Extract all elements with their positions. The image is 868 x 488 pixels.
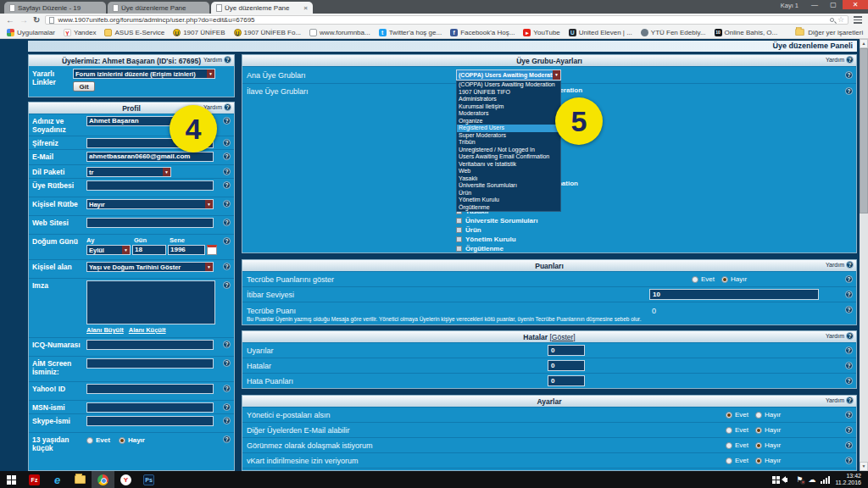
signature-resize-link[interactable]: Alanı Küçült (129, 326, 166, 334)
bookmark-item[interactable]: fFacebook'a Hoş... (450, 29, 515, 36)
help-icon[interactable]: ? (223, 281, 231, 289)
profile-select-3[interactable]: tr▼ (86, 167, 171, 177)
help-icon[interactable]: ? (223, 219, 231, 226)
help-icon[interactable]: ? (845, 347, 853, 354)
birth-day-input[interactable]: 18 (132, 245, 166, 255)
help-icon[interactable]: ? (224, 103, 231, 111)
dropdown-option[interactable]: Üniversite Sorumluları (457, 182, 560, 190)
infraction-input[interactable]: 0 (548, 345, 585, 356)
infraction-input[interactable]: 0 (548, 375, 585, 386)
profile-input-14[interactable] (86, 416, 214, 426)
birth-month-select[interactable]: Eylül▼ (86, 245, 131, 255)
signature-textarea[interactable] (86, 280, 215, 324)
dropdown-option[interactable]: Unregistered / Not Logged In (457, 147, 560, 154)
network-signal-icon[interactable] (821, 476, 830, 484)
radio-option[interactable]: Hayır (755, 441, 781, 449)
radio-option[interactable]: Hayır (721, 275, 747, 283)
profile-input-2[interactable]: ahmetbasaran0660@gmail.com (86, 152, 214, 162)
radio-option[interactable]: Evet (692, 275, 715, 283)
browser-tab-3-active[interactable]: Üye düzenleme Pane × (211, 2, 313, 14)
bookmark-item[interactable]: 10Online Bahis, O... (715, 29, 778, 36)
tab-close-icon[interactable]: × (303, 4, 308, 12)
primary-group-select[interactable]: (COPPA) Users Awaiting Moderation ▼ (456, 69, 561, 80)
bookmark-item[interactable]: UUnited Eleven | ... (569, 29, 632, 36)
bookmark-item[interactable]: www.forumnba... (309, 29, 370, 36)
help-icon[interactable]: ? (845, 426, 853, 434)
checkbox-icon[interactable] (456, 236, 462, 242)
group-checkbox-item[interactable]: Yönetim Kurulu (456, 235, 582, 244)
reload-icon[interactable]: ↻ (33, 16, 40, 25)
onedrive-cloud-icon[interactable]: ☁ (808, 475, 815, 484)
help-icon[interactable]: ? (845, 377, 853, 385)
help-icon[interactable]: ? (223, 237, 231, 245)
radio-option[interactable]: Evet (726, 441, 748, 449)
reputation-level-input[interactable]: 10 (649, 289, 819, 300)
radio-option[interactable]: Evet (86, 436, 110, 444)
profile-select-5[interactable]: Hayır▼ (86, 199, 214, 209)
bookmark-item[interactable]: Uygulamalar (7, 29, 55, 36)
radio-option[interactable]: Hayır (755, 426, 781, 434)
help-icon[interactable]: ? (845, 291, 853, 298)
bookmark-star-icon[interactable]: ☆ (837, 16, 844, 24)
url-bar[interactable]: www.1907unifeb.org/forums/admincp/user.p… (45, 15, 849, 25)
radio-icon[interactable] (726, 458, 732, 464)
checkbox-icon[interactable] (456, 227, 462, 233)
profile-name-label[interactable]: Kayı 1 (781, 2, 798, 9)
radio-icon[interactable] (755, 427, 762, 434)
dropdown-option[interactable]: Moderators (457, 110, 560, 118)
radio-icon[interactable] (726, 442, 732, 449)
bookmark-item[interactable]: U1907 ÜNİFEB Fo... (234, 29, 302, 36)
dropdown-option[interactable]: 1907 ÜNİFEB TİFO (457, 89, 560, 97)
help-icon[interactable]: ? (223, 341, 231, 348)
bookmark-item[interactable]: ▸YouTube (523, 29, 559, 36)
help-icon[interactable]: ? (846, 396, 854, 404)
radio-icon[interactable] (692, 276, 698, 283)
help-icon[interactable]: ? (845, 457, 853, 464)
help-icon[interactable]: ? (845, 362, 853, 369)
window-maximize-button[interactable]: ▢ (824, 0, 843, 9)
group-checkbox-item[interactable]: Üniversite Sorumluları (456, 216, 582, 225)
help-icon[interactable]: ? (224, 56, 231, 64)
bookmark-item[interactable]: U1907 ÜNİFEB (173, 29, 225, 36)
help-icon[interactable]: ? (846, 332, 854, 340)
infraction-input[interactable]: 0 (548, 360, 585, 371)
start-button[interactable] (0, 471, 23, 488)
radio-icon[interactable] (119, 437, 125, 444)
window-minimize-button[interactable]: — (805, 0, 824, 9)
browser-tab-2[interactable]: Üye düzenleme Pane (108, 2, 209, 14)
radio-option[interactable]: Hayır (119, 436, 145, 444)
window-close-button[interactable]: ✕ (843, 0, 868, 9)
dropdown-option[interactable]: Super Moderators (457, 132, 560, 140)
profile-input-6[interactable] (86, 218, 214, 228)
bookmark-item[interactable]: ASUS E-Service (104, 29, 164, 36)
radio-icon[interactable] (755, 458, 762, 464)
radio-icon[interactable] (755, 442, 762, 449)
scroll-up-icon[interactable]: ▲ (860, 39, 868, 48)
dropdown-option[interactable]: (COPPA) Users Awaiting Moderation (457, 81, 560, 89)
help-icon[interactable]: ? (845, 87, 853, 95)
help-icon[interactable]: ? (223, 168, 231, 175)
show-link[interactable]: [Göster] (549, 333, 575, 341)
other-bookmarks[interactable]: Diğer yer işaretleri (794, 28, 863, 36)
bookmark-item[interactable]: YYandex (64, 29, 97, 36)
dropdown-option[interactable]: Tribün (457, 139, 560, 147)
radio-option[interactable]: Hayır (755, 457, 781, 464)
help-icon[interactable]: ? (845, 71, 853, 79)
help-icon[interactable]: ? (223, 263, 231, 270)
help-icon[interactable]: ? (845, 275, 853, 283)
profile-input-13[interactable] (86, 402, 214, 413)
radio-option[interactable]: Hayır (755, 411, 781, 419)
chrome-app[interactable] (92, 471, 114, 488)
calendar-icon[interactable] (207, 245, 217, 255)
help-icon[interactable]: ? (846, 56, 854, 64)
dropdown-option[interactable]: Yasaklı (457, 175, 560, 183)
help-icon[interactable]: ? (223, 417, 231, 424)
menu-icon[interactable] (854, 16, 862, 24)
profile-input-10[interactable] (86, 340, 214, 350)
scroll-down-icon[interactable]: ▼ (860, 462, 868, 471)
filezilla-app[interactable]: Fz (23, 471, 46, 488)
help-icon[interactable]: ? (845, 306, 853, 313)
checkbox-icon[interactable] (456, 246, 462, 252)
dropdown-option[interactable]: Registered Users (457, 125, 560, 132)
help-icon[interactable]: ? (223, 181, 231, 189)
